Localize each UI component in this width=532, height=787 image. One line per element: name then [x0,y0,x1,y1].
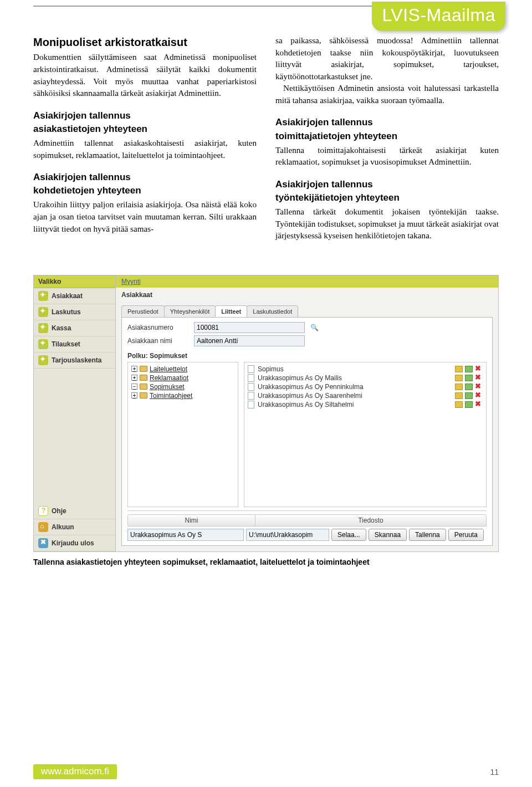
para: Urakoihin liittyy paljon erilaisia asiak… [33,198,257,234]
gear-icon [38,323,48,333]
file-icon [248,374,254,382]
mail-icon[interactable] [455,375,463,381]
path-label: Polku: Sopimukset [127,352,487,360]
customer-number-input[interactable] [194,322,305,333]
delete-icon[interactable]: ✖ [475,392,483,399]
folder-icon [140,392,147,398]
tabs: Perustiedot Yhteyshenkilöt Liitteet Lask… [121,305,493,317]
column-left: Monipuoliset arkistoratkaisut Dokumentti… [33,34,257,242]
section-title: Asiakkaat [116,288,498,302]
file-list: Sopimus✖ Urakkasopimus As Oy Mailis✖ Ura… [244,362,487,507]
tab-panel: Asiakasnumero 🔍 Asiakkaan nimi Polku: So… [121,317,493,546]
tree-item-label: Sopimukset [150,383,185,391]
sidebar-item-label: Laskutus [52,308,81,316]
page-number: 11 [490,768,499,776]
edit-icon[interactable] [465,401,473,408]
file-icon [248,365,254,373]
tab-liitteet[interactable]: Liitteet [215,305,247,317]
file-row[interactable]: Sopimus✖ [248,365,483,374]
mail-icon[interactable] [455,366,463,372]
footer-url: www.admicom.fi [33,764,117,779]
edit-icon[interactable] [465,375,473,381]
upload-name-input[interactable] [127,529,244,541]
save-button[interactable]: Tallenna [409,529,446,541]
edit-icon[interactable] [465,384,473,390]
explorer: +Laiteluettelot +Reklamaatiot −Sopimukse… [127,362,487,507]
expand-icon[interactable]: + [131,375,137,381]
sidebar-item-ohje[interactable]: Ohje [34,503,115,519]
tree-item-label: Laiteluettelot [150,365,187,373]
para: sa paikassa, sähköisessä muodossa! Admin… [275,34,499,82]
col-nimi: Nimi [128,515,255,526]
screenshot-caption: Tallenna asiakastietojen yhteyteen sopim… [33,558,499,566]
sidebar-item-asiakkaat[interactable]: Asiakkaat [34,288,115,304]
mail-icon[interactable] [455,401,463,408]
delete-icon[interactable]: ✖ [475,384,483,390]
para: Dokumenttien säilyttämiseen saat Adminet… [33,51,257,99]
sidebar-item-alkuun[interactable]: Alkuun [34,519,115,535]
logout-icon [38,538,48,548]
delete-icon[interactable]: ✖ [475,375,483,381]
upload-path-input[interactable] [246,529,329,541]
sidebar-item-tarjouslaskenta[interactable]: Tarjouslaskenta [34,352,115,369]
expand-icon[interactable]: + [131,392,137,398]
heading-sub: kohdetietojen yhteyteen [33,184,257,197]
sidebar-item-kassa[interactable]: Kassa [34,320,115,336]
brand-badge: LVIS-Maailma [372,2,505,31]
heading-sub: työntekijätietojen yhteyteen [275,191,499,205]
gear-icon [38,355,48,365]
gear-icon [38,291,48,301]
edit-icon[interactable] [465,366,473,372]
tree-item[interactable]: +Toimintaohjeet [131,391,234,400]
search-icon[interactable]: 🔍 [310,324,319,331]
heading: Asiakirjojen tallennus [33,109,257,122]
gear-icon [38,339,48,349]
file-name: Urakkasopimus As Oy Penninkulma [258,383,364,391]
file-icon [248,401,254,408]
tab-laskutustiedot[interactable]: Laskutustiedot [247,305,298,317]
browse-button[interactable]: Selaa... [331,529,366,541]
file-name: Urakkasopimus As Oy Siltahelmi [258,401,354,408]
file-row[interactable]: Urakkasopimus As Oy Saarenhelmi✖ [248,391,483,400]
file-name: Sopimus [258,365,284,373]
sidebar-item-laskutus[interactable]: Laskutus [34,304,115,320]
sidebar-item-logout[interactable]: Kirjaudu ulos [34,535,115,551]
heading-sub: asiakastietojen yhteyteen [33,122,257,136]
sidebar-item-label: Alkuun [52,523,74,531]
tab-perustiedot[interactable]: Perustiedot [121,305,165,317]
mail-icon[interactable] [455,392,463,399]
collapse-icon[interactable]: − [131,384,137,390]
customer-number-label: Asiakasnumero [127,324,188,331]
file-row[interactable]: Urakkasopimus As Oy Mailis✖ [248,374,483,382]
file-row[interactable]: Urakkasopimus As Oy Penninkulma✖ [248,382,483,391]
column-headers: Nimi Tiedosto [127,514,487,527]
tree-item-label: Toimintaohjeet [150,392,192,400]
edit-icon[interactable] [465,392,473,399]
tab-yhteyshenkilot[interactable]: Yhteyshenkilöt [164,305,216,317]
file-icon [248,383,254,391]
sidebar-item-tilaukset[interactable]: Tilaukset [34,336,115,352]
customer-name-input[interactable] [194,335,305,346]
article-columns: Monipuoliset arkistoratkaisut Dokumentti… [0,7,532,253]
para: Tallenna toimittajakohtaisesti tärkeät a… [275,144,499,168]
app-screenshot: Valikko Asiakkaat Laskutus Kassa Tilauks… [33,275,499,552]
breadcrumb[interactable]: Myynti [116,275,498,288]
scan-button[interactable]: Skannaa [369,529,407,541]
tree-item[interactable]: +Laiteluettelot [131,365,234,374]
file-row[interactable]: Urakkasopimus As Oy Siltahelmi✖ [248,400,483,409]
sidebar-item-label: Tarjouslaskenta [52,356,101,364]
para: Adminettiin tallennat asiakaskohtaisesti… [33,137,257,161]
expand-icon[interactable]: + [131,366,137,372]
cancel-button[interactable]: Peruuta [448,529,484,541]
tree-item[interactable]: −Sopimukset [131,382,234,391]
main-panel: Myynti Asiakkaat Perustiedot Yhteyshenki… [116,275,498,551]
delete-icon[interactable]: ✖ [475,401,483,408]
page-footer: www.admicom.fi 11 [0,764,532,779]
para: Nettikäyttöisen Adminetin ansiosta voit … [275,82,499,106]
delete-icon[interactable]: ✖ [475,366,483,372]
file-icon [248,392,254,400]
col-tiedosto: Tiedosto [255,515,486,526]
folder-icon [140,384,147,390]
tree-item[interactable]: +Reklamaatiot [131,374,234,382]
mail-icon[interactable] [455,384,463,390]
